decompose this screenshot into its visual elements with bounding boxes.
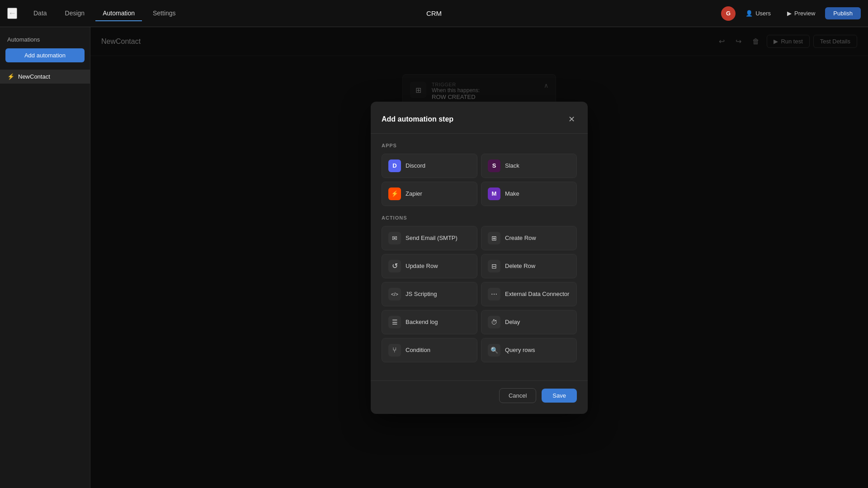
action-delete-row[interactable]: ⊟ Delete Row (481, 254, 577, 278)
nav-tab-automation[interactable]: Automation (95, 6, 142, 21)
cancel-button[interactable]: Cancel (499, 388, 536, 403)
modal-footer: Cancel Save (371, 380, 588, 414)
action-create-row-label: Create Row (505, 235, 536, 241)
delete-row-icon: ⊟ (488, 260, 500, 272)
app-discord-label: Discord (406, 162, 425, 169)
send-email-icon: ✉ (388, 232, 401, 244)
app-slack[interactable]: S Slack (481, 154, 577, 178)
avatar: G (721, 6, 736, 21)
zapier-icon: ⚡ (388, 188, 401, 200)
create-row-icon: ⊞ (488, 232, 500, 244)
action-send-email-label: Send Email (SMTP) (406, 235, 458, 241)
back-button[interactable]: ← (7, 8, 17, 19)
actions-grid: ✉ Send Email (SMTP) ⊞ Create Row ↺ Updat… (382, 226, 577, 362)
nav-tab-settings[interactable]: Settings (146, 6, 183, 21)
nav-right: G 👤 Users ▶ Preview Publish (721, 6, 861, 21)
app-make[interactable]: M Make (481, 182, 577, 206)
action-backend-log[interactable]: ☰ Backend log (382, 310, 477, 334)
actions-section-label: ACTIONS (382, 215, 577, 221)
nav-tab-design[interactable]: Design (58, 6, 92, 21)
nav-tab-data[interactable]: Data (26, 6, 54, 21)
action-send-email[interactable]: ✉ Send Email (SMTP) (382, 226, 477, 250)
modal-title: Add automation step (382, 115, 453, 123)
app-make-label: Make (505, 190, 519, 197)
external-data-icon: ⋯ (488, 288, 500, 300)
users-button[interactable]: 👤 Users (739, 7, 777, 19)
users-label: Users (755, 10, 771, 17)
save-button[interactable]: Save (542, 389, 577, 403)
action-create-row[interactable]: ⊞ Create Row (481, 226, 577, 250)
layout: Automations Add automation ⚡ NewContact … (0, 27, 868, 488)
app-title: CRM (426, 9, 442, 17)
app-slack-label: Slack (505, 162, 519, 169)
app-discord[interactable]: D Discord (382, 154, 477, 178)
action-query-rows-label: Query rows (505, 347, 535, 353)
preview-label: Preview (794, 10, 815, 17)
sidebar-item-label: NewContact (18, 73, 50, 80)
action-query-rows[interactable]: 🔍 Query rows (481, 338, 577, 362)
action-update-row[interactable]: ↺ Update Row (382, 254, 477, 278)
sidebar-title: Automations (0, 34, 90, 48)
query-rows-icon: 🔍 (488, 344, 500, 357)
action-js-scripting-label: JS Scripting (406, 291, 437, 297)
modal-header: Add automation step ✕ (371, 102, 588, 134)
action-delay[interactable]: ⏱ Delay (481, 310, 577, 334)
modal-body: APPS D Discord S Slack ⚡ Zapier (371, 134, 588, 380)
apps-grid: D Discord S Slack ⚡ Zapier M (382, 154, 577, 206)
action-delete-row-label: Delete Row (505, 263, 535, 269)
update-row-icon: ↺ (388, 260, 401, 272)
nav-tabs: Data Design Automation Settings (26, 6, 183, 21)
users-icon: 👤 (745, 10, 753, 17)
sidebar-item-newcontact[interactable]: ⚡ NewContact (0, 70, 90, 84)
add-automation-button[interactable]: Add automation (5, 48, 85, 62)
action-backend-log-label: Backend log (406, 319, 438, 325)
action-external-data-label: External Data Connector (505, 291, 569, 297)
top-nav: ← Data Design Automation Settings CRM G … (0, 0, 868, 27)
action-delay-label: Delay (505, 319, 520, 325)
add-automation-step-modal: Add automation step ✕ APPS D Discord S S… (371, 102, 588, 414)
action-external-data[interactable]: ⋯ External Data Connector (481, 282, 577, 306)
backend-log-icon: ☰ (388, 316, 401, 328)
preview-button[interactable]: ▶ Preview (781, 7, 821, 19)
preview-icon: ▶ (787, 10, 792, 17)
delay-icon: ⏱ (488, 316, 500, 328)
sidebar-item-icon: ⚡ (7, 73, 14, 80)
action-condition[interactable]: ⑂ Condition (382, 338, 477, 362)
condition-icon: ⑂ (388, 344, 401, 357)
sidebar: Automations Add automation ⚡ NewContact (0, 27, 90, 488)
publish-button[interactable]: Publish (825, 7, 861, 19)
slack-icon: S (488, 160, 500, 172)
action-condition-label: Condition (406, 347, 430, 353)
modal-close-button[interactable]: ✕ (566, 113, 577, 126)
make-icon: M (488, 188, 500, 200)
apps-section-label: APPS (382, 143, 577, 148)
discord-icon: D (388, 160, 401, 172)
js-scripting-icon: </> (388, 288, 401, 300)
modal-overlay: Add automation step ✕ APPS D Discord S S… (90, 27, 868, 488)
app-zapier-label: Zapier (406, 190, 422, 197)
action-update-row-label: Update Row (406, 263, 438, 269)
action-js-scripting[interactable]: </> JS Scripting (382, 282, 477, 306)
main-content: NewContact ↩ ↪ 🗑 ▶ Run test Test Details… (90, 27, 868, 488)
app-zapier[interactable]: ⚡ Zapier (382, 182, 477, 206)
